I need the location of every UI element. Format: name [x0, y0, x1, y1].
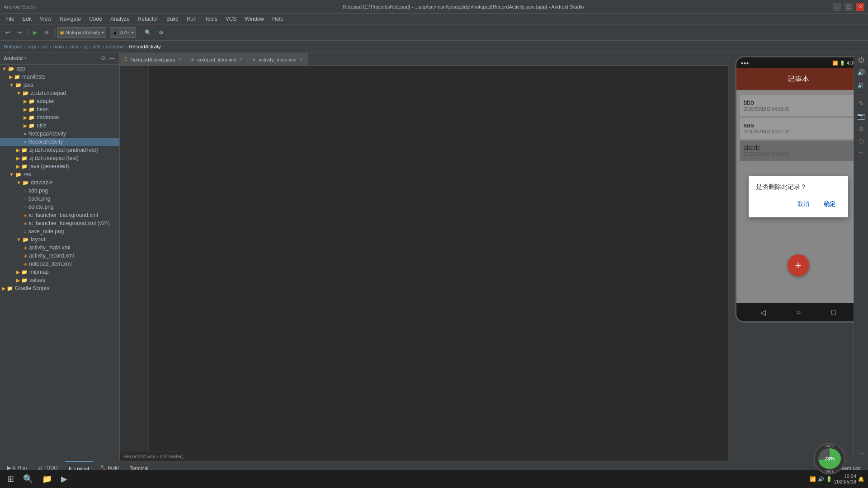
- sidebar-item-activity-main-xml[interactable]: ◈activity_main.xml: [0, 244, 119, 252]
- sidebar-item-java--generated-[interactable]: ▶ 📁java (generated): [0, 162, 119, 170]
- phone-recents-btn[interactable]: □: [831, 308, 836, 316]
- phone-status-bar: ●●● 📶 🔋 4:08: [736, 57, 860, 68]
- phone-back-btn[interactable]: ◁: [760, 308, 766, 317]
- sidebar-item-adapter[interactable]: ▶ 📁adapter: [0, 97, 119, 105]
- sidebar-item-activity-record-xml[interactable]: ◈activity_record.xml: [0, 252, 119, 260]
- tab-close-notepad[interactable]: ✕: [178, 57, 181, 62]
- sidebar-item-recordactivity[interactable]: ●RecordActivity: [0, 138, 119, 146]
- sidebar-item-delete-png[interactable]: ○delete.png: [0, 203, 119, 211]
- redo-button[interactable]: ↪: [14, 27, 24, 38]
- menu-item-run[interactable]: Run: [183, 15, 200, 23]
- sync-button[interactable]: ⟳: [42, 27, 52, 38]
- breadcrumb-notepad[interactable]: Notepad: [4, 44, 23, 49]
- menu-item-build[interactable]: Build: [163, 15, 182, 23]
- menu-item-analyze[interactable]: Analyze: [107, 15, 133, 23]
- more-icon[interactable]: ⋯: [856, 448, 867, 459]
- dialog-confirm-button[interactable]: 确定: [818, 198, 841, 210]
- phone-signal-icon: ●●●: [741, 61, 749, 66]
- menu-item-vcs[interactable]: VCS: [222, 15, 241, 23]
- sidebar-item-back-png[interactable]: ○back.png: [0, 195, 119, 203]
- files-taskbar-button[interactable]: 📁: [38, 471, 56, 487]
- square-icon[interactable]: □: [856, 149, 867, 160]
- tab-close-main[interactable]: ✕: [299, 57, 303, 62]
- breadcrumb-recordactivity[interactable]: RecordActivity: [129, 44, 161, 49]
- power-icon[interactable]: ⏻: [856, 54, 867, 65]
- line-numbers: [120, 66, 138, 451]
- sidebar-item-save-note-png[interactable]: ○save_note.png: [0, 227, 119, 235]
- sidebar-item-java[interactable]: ▼ 📂java: [0, 81, 119, 89]
- volume-up-icon[interactable]: 🔊: [856, 67, 867, 78]
- menu-item-refactor[interactable]: Refactor: [134, 15, 162, 23]
- device-dropdown[interactable]: 📱 DZH ▾: [110, 27, 136, 38]
- sidebar-item-bean[interactable]: ▶ 📁bean: [0, 105, 119, 113]
- tab-activitymain[interactable]: ◈ activity_main.xml ✕: [248, 53, 308, 66]
- run-button[interactable]: ▶: [30, 27, 40, 38]
- tab-close-item[interactable]: ✕: [239, 57, 243, 62]
- breadcrumb-java[interactable]: java: [69, 44, 78, 49]
- phone-content[interactable]: bbb 2020/05/18日 04:09:00 aaa 2020/05/18日…: [736, 90, 860, 303]
- camera-icon[interactable]: 📷: [856, 111, 867, 122]
- search-button[interactable]: 🔍: [142, 27, 154, 38]
- sidebar-item-notepadactivity[interactable]: ●NotepadActivity: [0, 130, 119, 138]
- media-taskbar-icon: ▶: [61, 474, 67, 484]
- phone-frame: ●●● 📶 🔋 4:08 记事本 bbb 2020/05/18日 04:09:0…: [735, 56, 862, 323]
- sidebar-item-values[interactable]: ▶ 📁values: [0, 276, 119, 284]
- taskbar-notification-icon[interactable]: 🔔: [858, 476, 864, 482]
- breadcrumb-src[interactable]: src: [41, 44, 48, 49]
- sidebar-collapse-btn[interactable]: —: [108, 54, 116, 62]
- volume-down-icon[interactable]: 🔉: [856, 80, 867, 90]
- sidebar-item-manifests[interactable]: ▶ 📁manifests: [0, 73, 119, 81]
- menu-item-navigate[interactable]: Navigate: [56, 15, 85, 23]
- sidebar-item-utils[interactable]: ▶ 📁utils: [0, 122, 119, 130]
- media-taskbar-button[interactable]: ▶: [57, 471, 71, 487]
- undo-button[interactable]: ↩: [3, 27, 13, 38]
- sidebar-item-database[interactable]: ▶ 📁database: [0, 113, 119, 122]
- maximize-button[interactable]: □: [844, 3, 853, 11]
- phone-home-btn[interactable]: ○: [797, 308, 801, 316]
- menu-item-window[interactable]: Window: [241, 15, 268, 23]
- edit-icon[interactable]: ✎: [856, 98, 867, 109]
- close-button[interactable]: ✕: [856, 3, 864, 11]
- sidebar-item-ic-launcher-background-xml[interactable]: ◈ic_launcher_background.xml: [0, 211, 119, 219]
- taskbar-date: 2020/5/18: [834, 479, 856, 484]
- menu-item-help[interactable]: Help: [269, 15, 287, 23]
- search-taskbar-button[interactable]: 🔍: [19, 471, 37, 487]
- settings-button[interactable]: ⚙: [156, 27, 166, 38]
- code-container[interactable]: [120, 66, 728, 451]
- dialog-cancel-button[interactable]: 取消: [792, 198, 815, 210]
- menu-item-tools[interactable]: Tools: [201, 15, 221, 23]
- sidebar-item-gradle-scripts[interactable]: ▶ 📁Gradle Scripts: [0, 284, 119, 292]
- sidebar-item-drawable[interactable]: ▼ 📂drawable: [0, 178, 119, 187]
- sidebar-item-mipmap[interactable]: ▶ 📁mipmap: [0, 268, 119, 276]
- sidebar-header: Android ▾ ⚙ —: [0, 52, 119, 65]
- sidebar-item-add-png[interactable]: ○add.png: [0, 187, 119, 195]
- tab-notepaditem[interactable]: ◈ notepad_item.xml ✕: [186, 53, 248, 66]
- breadcrumb-notepad2[interactable]: notepad: [106, 44, 124, 49]
- breadcrumb-main[interactable]: main: [53, 44, 64, 49]
- sidebar-item-ic-launcher-foreground-xml--v24-[interactable]: ◈ic_launcher_foreground.xml (v24): [0, 219, 119, 227]
- menu-item-file[interactable]: File: [2, 15, 18, 23]
- sidebar-item-layout[interactable]: ▼ 📂layout: [0, 235, 119, 244]
- sidebar-item-app[interactable]: ▼ 📂app: [0, 65, 119, 73]
- breadcrumb-dzh[interactable]: dzh: [93, 44, 101, 49]
- start-button[interactable]: ⊞: [4, 471, 18, 487]
- menu-item-edit[interactable]: Edit: [19, 15, 35, 23]
- tab-notepadactivity[interactable]: C NotepadActivity.java ✕: [120, 53, 186, 66]
- sidebar-item-zj-dzh-notepad[interactable]: ▼ 📂zj.dzh.notepad: [0, 89, 119, 97]
- menu-item-code[interactable]: Code: [85, 15, 106, 23]
- phone-fab[interactable]: +: [788, 254, 809, 276]
- sidebar-item-res[interactable]: ▼ 📂res: [0, 170, 119, 178]
- menu-item-view[interactable]: View: [36, 15, 55, 23]
- run-config-dropdown[interactable]: ▣ NotepadActivity ▾: [57, 27, 106, 38]
- sidebar-settings-btn[interactable]: ⚙: [100, 54, 107, 62]
- breadcrumb-app[interactable]: app: [28, 44, 36, 49]
- sidebar-item-notepad-item-xml[interactable]: ◈notepad_item.xml: [0, 260, 119, 268]
- breadcrumb-zj[interactable]: zj: [84, 44, 87, 49]
- code-editor[interactable]: [149, 66, 728, 451]
- zoom-icon[interactable]: ⊕: [856, 123, 867, 134]
- sidebar-item-zj-dzh-notepad--androidtest-[interactable]: ▶ 📁zj.dzh.notepad (androidTest): [0, 146, 119, 154]
- minimize-button[interactable]: ─: [833, 3, 841, 11]
- menu-bar: FileEditViewNavigateCodeAnalyzeRefactorB…: [0, 14, 868, 24]
- sidebar-item-zj-dzh-notepad--test-[interactable]: ▶ 📁zj.dzh.notepad (test): [0, 154, 119, 162]
- hex-icon[interactable]: ⬡: [856, 136, 867, 147]
